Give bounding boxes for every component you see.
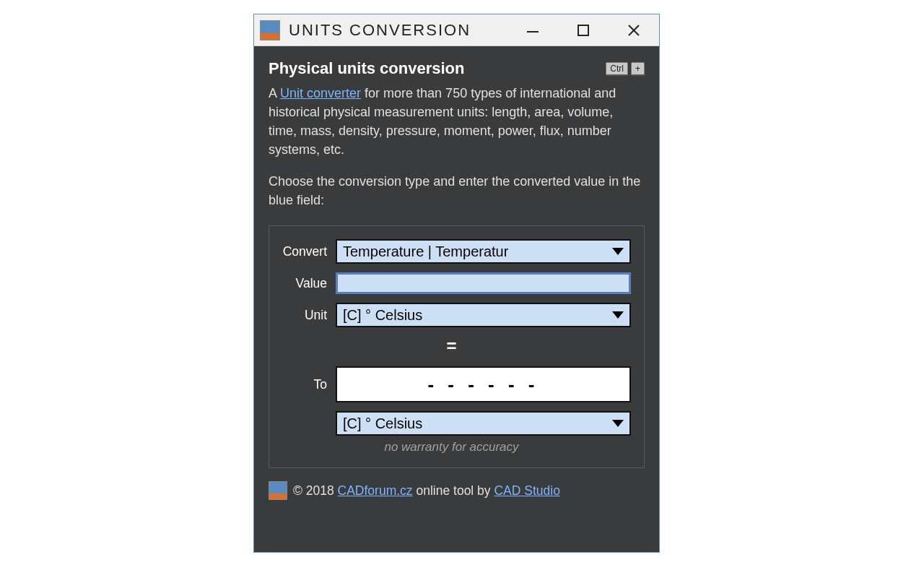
- row-to-unit: [C] ° Celsius: [272, 411, 631, 436]
- window-title: UNITS CONVERSION: [289, 21, 507, 40]
- conversion-panel: Convert Temperature | Temperatur Value U…: [269, 225, 645, 468]
- intro-paragraph: A Unit converter for more than 750 types…: [269, 84, 645, 159]
- window-controls: [507, 14, 659, 46]
- unit-converter-link[interactable]: Unit converter: [280, 86, 361, 100]
- titlebar: UNITS CONVERSION: [254, 14, 659, 46]
- page-title: Physical units conversion: [269, 59, 464, 78]
- minimize-button[interactable]: [507, 14, 558, 46]
- svg-rect-1: [578, 25, 588, 35]
- footer-middle: online tool by: [413, 483, 494, 498]
- app-window: UNITS CONVERSION Physical units conversi…: [253, 14, 660, 553]
- disclaimer-text: no warranty for accuracy: [272, 440, 631, 454]
- result-output: - - - - - -: [336, 366, 631, 402]
- app-icon: [260, 20, 280, 40]
- row-value: Value: [272, 272, 631, 294]
- zoom-hint: Ctrl +: [606, 62, 645, 76]
- content-area: Physical units conversion Ctrl + A Unit …: [254, 46, 659, 552]
- cadstudio-link[interactable]: CAD Studio: [494, 483, 559, 498]
- convert-type-select[interactable]: Temperature | Temperatur: [336, 239, 631, 264]
- from-unit-select[interactable]: [C] ° Celsius: [336, 303, 631, 327]
- footer: © 2018 CADforum.cz online tool by CAD St…: [269, 481, 645, 500]
- to-unit-value: [C] ° Celsius: [343, 415, 422, 432]
- footer-app-icon: [269, 481, 287, 500]
- from-unit-value: [C] ° Celsius: [343, 307, 422, 324]
- kbd-plus: +: [631, 62, 645, 76]
- close-icon: [626, 22, 642, 38]
- dropdown-arrow-icon: [612, 248, 624, 255]
- convert-type-value: Temperature | Temperatur: [343, 243, 508, 260]
- footer-copyright: © 2018: [293, 483, 338, 498]
- to-unit-select[interactable]: [C] ° Celsius: [336, 411, 631, 436]
- label-to: To: [272, 377, 336, 392]
- dropdown-arrow-icon: [612, 311, 624, 319]
- maximize-icon: [576, 23, 590, 38]
- cadforum-link[interactable]: CADforum.cz: [338, 483, 413, 498]
- instruction-paragraph: Choose the conversion type and enter the…: [269, 172, 645, 210]
- maximize-button[interactable]: [558, 14, 609, 46]
- row-unit: Unit [C] ° Celsius: [272, 303, 631, 327]
- equals-sign: =: [272, 336, 631, 356]
- value-input[interactable]: [336, 272, 631, 294]
- minimize-icon: [524, 22, 541, 39]
- row-to: To - - - - - -: [272, 366, 631, 402]
- footer-text: © 2018 CADforum.cz online tool by CAD St…: [293, 483, 560, 499]
- intro-prefix: A: [269, 86, 280, 100]
- label-value: Value: [272, 276, 336, 291]
- row-convert: Convert Temperature | Temperatur: [272, 239, 631, 264]
- dropdown-arrow-icon: [612, 420, 624, 427]
- label-convert: Convert: [272, 244, 336, 259]
- label-unit: Unit: [272, 308, 336, 323]
- kbd-ctrl: Ctrl: [606, 62, 628, 76]
- header-row: Physical units conversion Ctrl +: [269, 59, 645, 78]
- close-button[interactable]: [609, 14, 659, 46]
